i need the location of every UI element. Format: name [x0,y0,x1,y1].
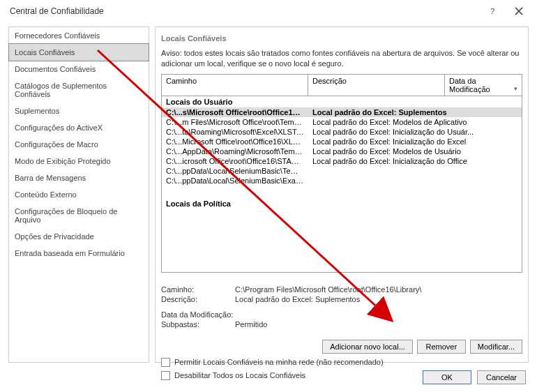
sidebar-item-addins[interactable]: Suplementos [9,103,149,119]
table-row[interactable]: C:\...ppData\Local\SeleniumBasic\Templat… [162,166,522,176]
table-body: Locais do Usuário C:\...s\Microsoft Offi… [162,96,522,272]
section-policy: Locais da Política [162,198,522,209]
detail-mod-value [235,310,522,319]
table-row[interactable]: C:\...ppData\Local\SeleniumBasic\Example… [162,176,522,186]
modify-button[interactable]: Modificar... [470,340,522,354]
empty-space [162,209,522,272]
add-location-button[interactable]: Adicionar novo local... [322,340,413,354]
warning-text: Aviso: todos estes locais são tratados c… [161,48,522,70]
table-row[interactable]: C:\...m Files\Microsoft Office\root\Temp… [162,117,522,127]
detail-sub-label: Subpastas: [161,320,235,329]
detail-row: Descrição: Local padrão do Excel: Suplem… [161,295,522,303]
sidebar-item-external-content[interactable]: Conteúdo Externo [9,186,149,203]
detail-mod-label: Data da Modificação: [161,310,235,319]
detail-path-value: C:\Program Files\Microsoft Office\root\O… [235,285,522,294]
detail-path-label: Caminho: [161,285,235,294]
close-icon [515,7,523,15]
dialog-body: Fornecedores Confiáveis Locais Confiávei… [0,22,537,363]
table-row[interactable]: C:\...AppData\Roaming\Microsoft\Template… [162,146,522,156]
close-button[interactable] [506,2,531,20]
window-title: Central de Confiabilidade [10,6,480,16]
col-path[interactable]: Caminho [162,75,308,96]
cancel-button[interactable]: Cancelar [477,370,526,384]
panel-title: Locais Confiáveis [161,34,522,43]
cell-desc: Local padrão do Excel: Modelos de Usuári… [308,146,522,156]
sidebar-item-trusted-publishers[interactable]: Fornecedores Confiáveis [9,27,149,44]
detail-row: Data da Modificação: [161,310,522,319]
sidebar-item-macro[interactable]: Configurações de Macro [9,136,149,153]
main-panel: Locais Confiáveis Aviso: todos estes loc… [155,27,529,363]
window-controls: ? [480,2,531,20]
sidebar-item-privacy[interactable]: Opções de Privacidade [9,228,149,245]
table-row[interactable]: C:\...s\Microsoft Office\root\Office16\L… [162,107,522,117]
titlebar: Central de Confiabilidade ? [0,0,537,22]
svg-text:?: ? [490,7,494,15]
cell-desc [308,166,522,176]
sidebar-item-trusted-documents[interactable]: Documentos Confiáveis [9,61,149,77]
detail-row: Subpastas: Permitido [161,320,522,329]
cell-desc: Local padrão do Excel: Suplementos [308,107,522,117]
locations-table: Caminho Descrição Data da Modificação Lo… [161,74,522,273]
cell-path: C:\...Microsoft Office\root\Office16\XLS… [162,137,308,146]
sidebar-item-protected-view[interactable]: Modo de Exibição Protegido [9,153,149,169]
remove-button[interactable]: Remover [417,340,466,354]
cell-path: C:\...AppData\Roaming\Microsoft\Template… [162,146,308,156]
cell-desc: Local padrão do Excel: Modelos de Aplica… [308,117,522,127]
sidebar: Fornecedores Confiáveis Locais Confiávei… [8,27,149,363]
table-row[interactable]: C:\...Microsoft Office\root\Office16\XLS… [162,137,522,146]
help-icon: ? [488,7,497,15]
col-desc[interactable]: Descrição [308,75,445,96]
cell-path: C:\...ta\Roaming\Microsoft\Excel\XLSTART… [162,127,308,137]
panel-buttons: Adicionar novo local... Remover Modifica… [161,340,522,354]
dialog-footer: OK Cancelar [0,363,537,392]
col-mod[interactable]: Data da Modificação [445,75,522,96]
sidebar-item-file-block[interactable]: Configurações de Bloqueio de Arquivo [9,203,149,228]
sidebar-item-activex[interactable]: Configurações do ActiveX [9,119,149,136]
selection-details: Caminho: C:\Program Files\Microsoft Offi… [161,285,522,330]
help-button[interactable]: ? [480,2,505,20]
detail-sub-value: Permitido [235,320,522,329]
cell-desc: Local padrão do Excel: Inicialização do … [308,127,522,137]
sidebar-item-trusted-locations[interactable]: Locais Confiáveis [8,43,149,61]
trust-center-window: Central de Confiabilidade ? Fornecedores… [0,0,537,392]
section-user: Locais do Usuário [162,96,522,107]
cell-path: C:\...ppData\Local\SeleniumBasic\Example… [162,176,308,186]
cell-desc [308,176,522,186]
table-header: Caminho Descrição Data da Modificação [162,75,522,96]
cell-desc: Local padrão do Excel: Inicialização do … [308,137,522,146]
detail-desc-value: Local padrão do Excel: Suplementos [235,295,522,303]
cell-path: C:\...ppData\Local\SeleniumBasic\Templat… [162,166,308,176]
table-row[interactable]: C:\...icrosoft Office\root\Office16\STAR… [162,156,522,166]
sidebar-item-addin-catalogs[interactable]: Catálogos de Suplementos Confiáveis [9,77,149,103]
detail-row: Caminho: C:\Program Files\Microsoft Offi… [161,285,522,294]
sidebar-item-form-based[interactable]: Entrada baseada em Formulário [9,245,149,262]
table-row[interactable]: C:\...ta\Roaming\Microsoft\Excel\XLSTART… [162,127,522,137]
ok-button[interactable]: OK [423,370,471,384]
cell-path: C:\...m Files\Microsoft Office\root\Temp… [162,117,308,127]
sidebar-item-message-bar[interactable]: Barra de Mensagens [9,169,149,186]
cell-path: C:\...s\Microsoft Office\root\Office16\L… [162,107,308,117]
cell-desc: Local padrão do Excel: Inicialização do … [308,156,522,166]
cell-path: C:\...icrosoft Office\root\Office16\STAR… [162,156,308,166]
detail-desc-label: Descrição: [161,295,235,303]
